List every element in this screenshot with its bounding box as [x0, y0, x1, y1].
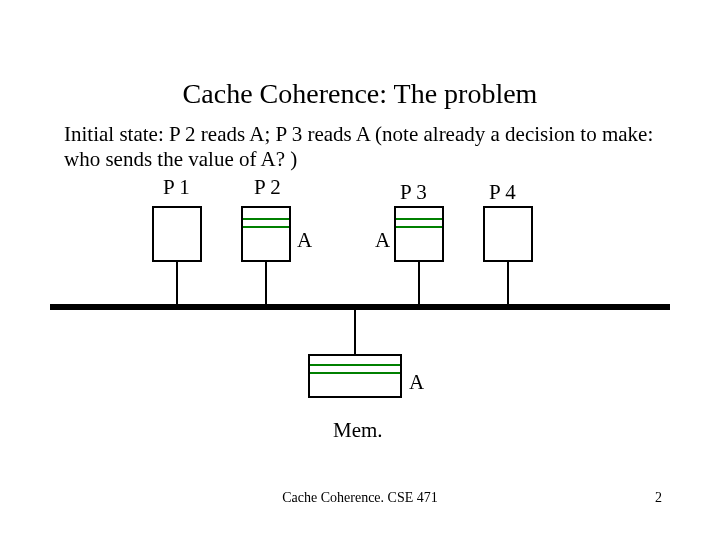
memory-box [308, 354, 402, 398]
memory-line2 [310, 372, 400, 374]
footer-center: Cache Coherence. CSE 471 [0, 490, 720, 506]
conn-p2-bus [265, 262, 267, 304]
cache-p2-entry: A [297, 228, 312, 253]
memory-entry: A [409, 370, 424, 395]
slide-title: Cache Coherence: The problem [0, 78, 720, 110]
cache-p2 [241, 206, 291, 262]
cache-p3 [394, 206, 444, 262]
conn-bus-mem [354, 310, 356, 354]
system-bus [50, 304, 670, 310]
slide-subtitle: Initial state: P 2 reads A; P 3 reads A … [64, 122, 664, 172]
cache-p3-line1 [396, 218, 442, 220]
cache-p3-entry: A [375, 228, 390, 253]
memory-line1 [310, 364, 400, 366]
label-p4: P 4 [489, 180, 516, 205]
conn-p1-bus [176, 262, 178, 304]
cache-p3-line2 [396, 226, 442, 228]
label-p3: P 3 [400, 180, 427, 205]
cache-p2-line2 [243, 226, 289, 228]
label-p1: P 1 [163, 175, 190, 200]
cache-p1 [152, 206, 202, 262]
memory-label: Mem. [333, 418, 383, 443]
conn-p3-bus [418, 262, 420, 304]
cache-p4 [483, 206, 533, 262]
cache-p2-line1 [243, 218, 289, 220]
label-p2: P 2 [254, 175, 281, 200]
footer-page-number: 2 [655, 490, 662, 506]
conn-p4-bus [507, 262, 509, 304]
